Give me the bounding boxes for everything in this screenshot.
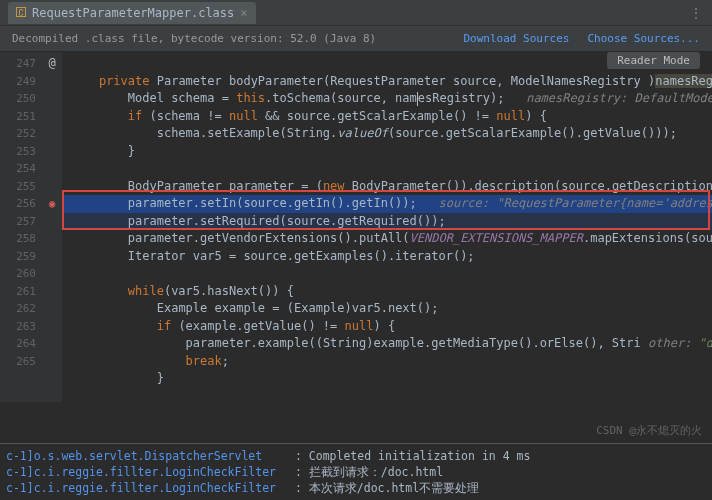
- code-line[interactable]: if (schema != null && source.getScalarEx…: [62, 108, 712, 126]
- close-icon[interactable]: ×: [240, 6, 247, 20]
- editor: 2472492502512522532542552562572582592602…: [0, 52, 712, 402]
- banner-links: Download Sources Choose Sources...: [463, 32, 700, 45]
- code-line[interactable]: [62, 265, 712, 283]
- code-line[interactable]: parameter.getVendorExtensions().putAll(V…: [62, 230, 712, 248]
- console-line: c-1] o.s.web.servlet.DispatcherServlet :…: [6, 448, 706, 464]
- console-line: c-1] c.i.reggie.fillter.LoginCheckFilter…: [6, 480, 706, 496]
- code-line[interactable]: }: [62, 370, 712, 388]
- console-panel[interactable]: c-1] o.s.web.servlet.DispatcherServlet :…: [0, 443, 712, 500]
- code-line[interactable]: Iterator var5 = source.getExamples().ite…: [62, 248, 712, 266]
- decompiled-banner: Decompiled .class file, bytecode version…: [0, 26, 712, 52]
- code-line[interactable]: parameter.setRequired(source.getRequired…: [62, 213, 712, 231]
- choose-sources-link[interactable]: Choose Sources...: [587, 32, 700, 45]
- code-line[interactable]: while(var5.hasNext()) {: [62, 283, 712, 301]
- file-tab[interactable]: 🄲 RequestParameterMapper.class ×: [8, 2, 256, 24]
- gutter-icons: @◉: [42, 52, 62, 402]
- class-file-icon: 🄲: [16, 7, 26, 18]
- code-line[interactable]: Example example = (Example)var5.next();: [62, 300, 712, 318]
- tab-bar: 🄲 RequestParameterMapper.class × ⋮: [0, 0, 712, 26]
- code-line[interactable]: }: [62, 143, 712, 161]
- code-line[interactable]: BodyParameter parameter = (new BodyParam…: [62, 178, 712, 196]
- code-line[interactable]: break;: [62, 353, 712, 371]
- reader-mode-badge[interactable]: Reader Mode: [607, 52, 700, 69]
- breakpoint-icon[interactable]: ◉: [49, 197, 56, 210]
- line-gutter[interactable]: 2472492502512522532542552562572582592602…: [0, 52, 42, 402]
- code-area[interactable]: private Parameter bodyParameter(RequestP…: [62, 52, 712, 402]
- code-line[interactable]: parameter.setIn(source.getIn().getIn());…: [62, 195, 712, 213]
- download-sources-link[interactable]: Download Sources: [463, 32, 569, 45]
- code-line[interactable]: if (example.getValue() != null) {: [62, 318, 712, 336]
- console-line: c-1] c.i.reggie.fillter.LoginCheckFilter…: [6, 464, 706, 480]
- watermark: CSDN @永不熄灭的火: [596, 423, 702, 438]
- tab-filename: RequestParameterMapper.class: [32, 6, 234, 20]
- kebab-menu-icon[interactable]: ⋮: [690, 6, 702, 20]
- code-line[interactable]: parameter.example((String)example.getMed…: [62, 335, 712, 353]
- banner-text: Decompiled .class file, bytecode version…: [12, 32, 376, 45]
- override-icon[interactable]: @: [48, 56, 55, 70]
- code-line[interactable]: [62, 160, 712, 178]
- code-line[interactable]: private Parameter bodyParameter(RequestP…: [62, 73, 712, 91]
- code-line[interactable]: schema.setExample(String.valueOf(source.…: [62, 125, 712, 143]
- code-line[interactable]: Model schema = this.toSchema(source, nam…: [62, 90, 712, 108]
